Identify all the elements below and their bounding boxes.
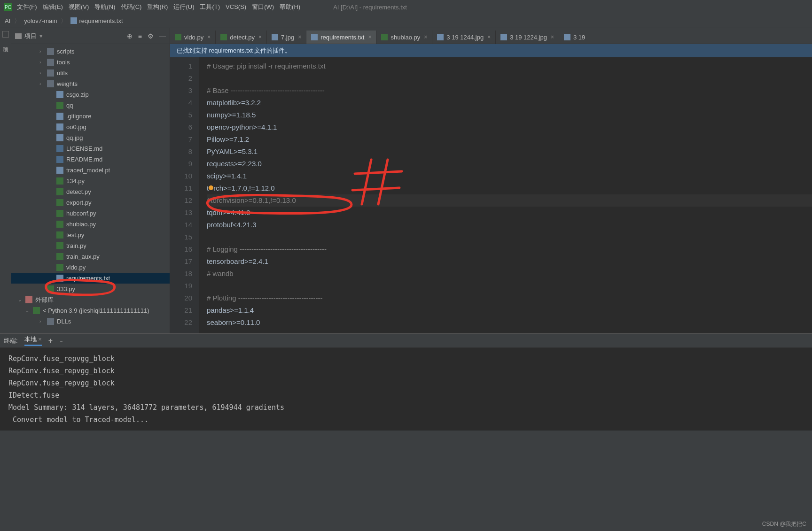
code-line[interactable]: protobuf<4.21.3 xyxy=(207,219,812,231)
code-line[interactable]: Pillow>=7.1.2 xyxy=(207,133,812,146)
editor-tab[interactable]: vido.py× xyxy=(170,31,216,44)
tree-item[interactable]: LICENSE.md xyxy=(11,143,170,154)
tree-item[interactable]: 333.py xyxy=(11,284,170,294)
editor-tab[interactable]: 7.jpg× xyxy=(267,31,306,44)
breadcrumb-root[interactable]: AI xyxy=(5,17,10,24)
tree-item[interactable]: ›scripts xyxy=(11,46,170,57)
tree-item[interactable]: requirements.txt xyxy=(11,273,170,284)
terminal-add-button[interactable]: + xyxy=(48,337,53,345)
close-icon[interactable]: × xyxy=(368,34,371,40)
code-line[interactable]: PyYAML>=5.3.1 xyxy=(207,146,812,158)
tree-item[interactable]: test.py xyxy=(11,230,170,240)
menu-item[interactable]: 重构(R) xyxy=(144,2,171,11)
menu-item[interactable]: VCS(S) xyxy=(223,2,249,11)
tree-item[interactable]: 134.py xyxy=(11,176,170,186)
code-line[interactable]: seaborn>=0.11.0 xyxy=(207,316,812,329)
sidebar-title: 项目 xyxy=(24,32,37,40)
code-line[interactable]: scipy>=1.4.1 xyxy=(207,170,812,182)
code-line[interactable]: pandas>=1.1.4 xyxy=(207,304,812,316)
tree-item[interactable]: qq xyxy=(11,100,170,111)
tree-item[interactable]: ⌄外部库 xyxy=(11,294,170,305)
menu-item[interactable]: 编辑(E) xyxy=(40,2,66,11)
tree-item[interactable]: hubconf.py xyxy=(11,208,170,219)
code-line[interactable]: tqdm>=4.41.0 xyxy=(207,207,812,219)
code-line[interactable]: numpy>=1.18.5 xyxy=(207,109,812,121)
collapse-icon[interactable]: ≡ xyxy=(138,32,142,40)
tree-item-label: hubconf.py xyxy=(66,210,96,217)
locate-icon[interactable]: ⊕ xyxy=(127,32,133,40)
tree-item[interactable]: detect.py xyxy=(11,186,170,197)
tree-item[interactable]: ›tools xyxy=(11,57,170,68)
breadcrumb-project[interactable]: yolov7-main xyxy=(24,17,57,24)
tree-item[interactable]: shubiao.py xyxy=(11,219,170,230)
plugin-banner[interactable]: 已找到支持 requirements.txt 文件的插件。 xyxy=(170,44,812,57)
file-icon xyxy=(70,17,77,24)
terminal-tab-local[interactable]: 本地 × xyxy=(24,335,42,346)
code-line[interactable] xyxy=(207,72,812,85)
editor-tab[interactable]: detect.py× xyxy=(216,31,267,44)
editor-tab[interactable]: requirements.txt× xyxy=(306,31,376,44)
project-tool-icon[interactable] xyxy=(2,31,9,38)
dropdown-icon[interactable]: ▾ xyxy=(39,32,43,39)
tree-item[interactable]: csgo.zip xyxy=(11,89,170,100)
tree-item[interactable]: ›DLLs xyxy=(11,316,170,327)
code-line[interactable]: trch>=1.7.0,!=1.12.0 xyxy=(207,182,812,194)
menu-item[interactable]: 运行(U) xyxy=(171,2,197,11)
menu-item[interactable]: 工具(T) xyxy=(197,2,223,11)
line-number: 5 xyxy=(170,109,192,121)
close-icon[interactable]: × xyxy=(298,34,301,40)
code-line[interactable]: matplotlib>=3.2.2 xyxy=(207,97,812,109)
hide-icon[interactable]: — xyxy=(159,32,166,40)
editor-tab[interactable]: 3 19 1244.jpg× xyxy=(432,31,496,44)
img-icon xyxy=(56,134,63,141)
code-editor[interactable]: 12345678910111213141516171819202122 # Us… xyxy=(170,57,812,333)
tree-item[interactable]: export.py xyxy=(11,197,170,208)
close-icon[interactable]: × xyxy=(487,34,491,40)
tree-item[interactable]: traced_model.pt xyxy=(11,165,170,176)
menu-item[interactable]: 文件(F) xyxy=(14,2,40,11)
menu-item[interactable]: 代码(C) xyxy=(118,2,144,11)
menu-item[interactable]: 帮助(H) xyxy=(277,2,303,11)
code-body[interactable]: # Usage: pip install -r requirements.txt… xyxy=(199,57,812,333)
tree-item[interactable]: vido.py xyxy=(11,262,170,273)
tree-item[interactable]: ›weights xyxy=(11,78,170,89)
code-line[interactable]: # Base ---------------------------------… xyxy=(207,85,812,97)
code-line[interactable]: #torchvision>=0.8.1,!=0.13.0 xyxy=(207,194,812,207)
tree-item[interactable]: train_aux.py xyxy=(11,251,170,262)
code-line[interactable]: # wandb xyxy=(207,268,812,280)
code-line[interactable]: requests>=2.23.0 xyxy=(207,158,812,170)
editor-tab[interactable]: 3 19 1224.jpg× xyxy=(496,31,559,44)
terminal-dropdown-icon[interactable]: ⌄ xyxy=(59,338,63,344)
tree-item[interactable]: qq.jpg xyxy=(11,132,170,143)
code-line[interactable]: # Usage: pip install -r requirements.txt xyxy=(207,60,812,72)
terminal-output[interactable]: RepConv.fuse_repvgg_block RepConv.fuse_r… xyxy=(0,348,812,431)
tree-item[interactable]: train.py xyxy=(11,240,170,251)
project-tree[interactable]: ›scripts›tools›utils›weightscsgo.zipqq.g… xyxy=(11,44,170,333)
tree-item[interactable]: oo0.jpg xyxy=(11,122,170,132)
tree-item[interactable]: .gitignore xyxy=(11,111,170,122)
tree-item[interactable]: README.md xyxy=(11,154,170,165)
folder-icon xyxy=(47,80,54,87)
py-icon xyxy=(56,242,63,249)
menu-item[interactable]: 视图(V) xyxy=(66,2,92,11)
editor-tab[interactable]: 3 19 xyxy=(559,31,590,44)
close-icon[interactable]: × xyxy=(38,336,42,343)
code-line[interactable]: tensorboard>=2.4.1 xyxy=(207,255,812,268)
breadcrumb-file[interactable]: requirements.txt xyxy=(70,17,123,24)
tree-item[interactable]: ›utils xyxy=(11,68,170,78)
close-icon[interactable]: × xyxy=(424,34,427,40)
close-icon[interactable]: × xyxy=(258,34,262,40)
code-line[interactable] xyxy=(207,231,812,243)
settings-icon[interactable]: ⚙ xyxy=(148,32,154,40)
close-icon[interactable]: × xyxy=(207,34,211,40)
close-icon[interactable]: × xyxy=(551,34,554,40)
menu-item[interactable]: 导航(N) xyxy=(92,2,118,11)
editor-tab[interactable]: shubiao.py× xyxy=(376,31,432,44)
code-line[interactable] xyxy=(207,280,812,292)
tree-item[interactable]: ⌄< Python 3.9 (jieshiqi11111111111111) xyxy=(11,305,170,316)
editor-tabs: vido.py×detect.py×7.jpg×requirements.txt… xyxy=(170,28,812,44)
menu-item[interactable]: 窗口(W) xyxy=(249,2,277,11)
code-line[interactable]: opencv-python>=4.1.1 xyxy=(207,121,812,133)
code-line[interactable]: # Logging ------------------------------… xyxy=(207,243,812,255)
code-line[interactable]: # Plotting -----------------------------… xyxy=(207,292,812,304)
